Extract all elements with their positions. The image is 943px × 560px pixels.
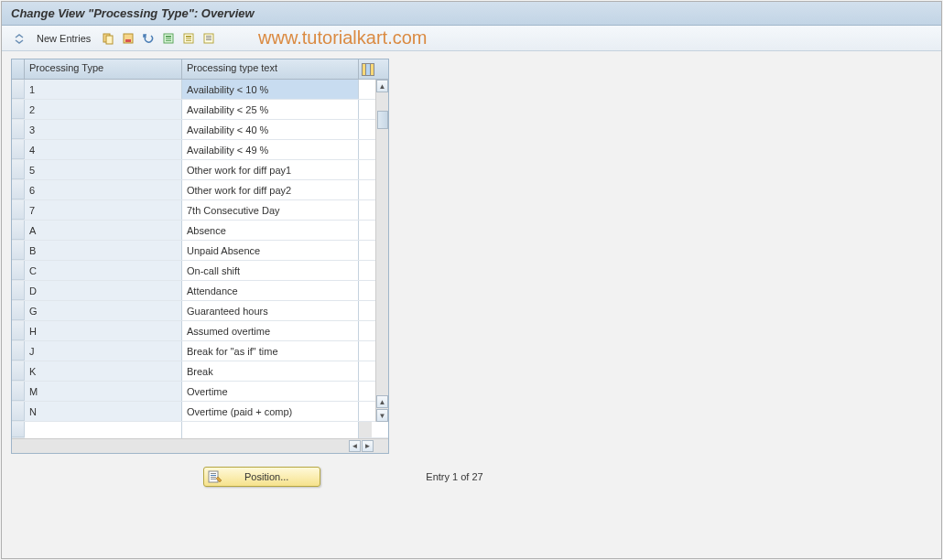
row-selector[interactable] xyxy=(12,200,25,220)
row-selector[interactable] xyxy=(12,140,25,159)
table-row[interactable]: KBreak xyxy=(12,361,375,382)
svg-rect-13 xyxy=(206,36,211,37)
cell-processing-type-text[interactable]: Overtime xyxy=(182,382,359,401)
row-selector[interactable] xyxy=(12,80,25,99)
cell-processing-type-text[interactable]: Availability < 25 % xyxy=(182,100,359,119)
title-bar: Change View "Processing Type": Overview xyxy=(2,2,941,26)
row-selector[interactable] xyxy=(12,361,25,381)
cell-processing-type-text[interactable]: Assumed overtime xyxy=(182,321,359,340)
cell-processing-type[interactable]: N xyxy=(25,402,182,421)
position-button[interactable]: Position... xyxy=(203,467,320,487)
table-row[interactable]: JBreak for "as if" time xyxy=(12,341,375,361)
cell-processing-type[interactable]: B xyxy=(25,241,182,260)
copy-icon[interactable] xyxy=(100,30,116,47)
row-selector[interactable] xyxy=(12,241,25,260)
empty-row xyxy=(12,422,388,438)
cell-processing-type-text[interactable]: Attendance xyxy=(182,281,359,300)
toggle-tree-icon[interactable] xyxy=(11,30,27,47)
svg-rect-10 xyxy=(186,38,191,39)
undo-icon[interactable] xyxy=(140,30,157,47)
cell-processing-type[interactable]: 6 xyxy=(25,180,182,199)
row-selector[interactable] xyxy=(12,382,25,401)
processing-type-table: Processing Type Processing type text 1Av… xyxy=(11,59,389,454)
cell-processing-type-text[interactable]: Availability < 40 % xyxy=(182,120,359,139)
table-row[interactable]: NOvertime (paid + comp) xyxy=(12,402,375,422)
row-selector[interactable] xyxy=(12,402,25,421)
cell-processing-type[interactable]: H xyxy=(25,321,182,340)
scroll-down-arrow-icon[interactable]: ▼ xyxy=(376,409,388,422)
column-header-processing-type[interactable]: Processing Type xyxy=(25,59,182,79)
new-entries-button[interactable]: New Entries xyxy=(31,31,96,46)
svg-rect-19 xyxy=(211,477,216,478)
row-selector[interactable] xyxy=(12,100,25,119)
table-row[interactable]: DAttendance xyxy=(12,281,375,301)
row-selector[interactable] xyxy=(12,301,25,320)
cell-processing-type[interactable]: 5 xyxy=(25,160,182,179)
table-row[interactable]: 5Other work for diff pay1 xyxy=(12,160,375,180)
save-icon[interactable] xyxy=(120,30,136,47)
deselect-all-icon[interactable] xyxy=(180,30,197,47)
cell-processing-type-text[interactable]: Unpaid Absence xyxy=(182,241,359,260)
table-row[interactable]: 4Availability < 49 % xyxy=(12,140,375,160)
table-row[interactable]: 2Availability < 25 % xyxy=(12,100,375,120)
print-icon[interactable] xyxy=(201,30,217,47)
cell-processing-type[interactable]: 2 xyxy=(25,100,182,119)
position-button-label: Position... xyxy=(226,471,316,482)
cell-processing-type[interactable]: 4 xyxy=(25,140,182,159)
table-row[interactable]: AAbsence xyxy=(12,221,375,241)
row-selector[interactable] xyxy=(12,321,25,340)
table-row[interactable]: 77th Consecutive Day xyxy=(12,200,375,221)
cell-processing-type[interactable]: J xyxy=(25,341,182,361)
table-row[interactable]: MOvertime xyxy=(12,382,375,402)
table-row[interactable]: HAssumed overtime xyxy=(12,321,375,341)
cell-processing-type-text[interactable]: Break xyxy=(182,361,359,381)
entry-counter: Entry 1 of 27 xyxy=(426,471,482,482)
cell-processing-type-text[interactable]: Guaranteed hours xyxy=(182,301,359,320)
row-selector[interactable] xyxy=(12,281,25,300)
cell-processing-type[interactable]: A xyxy=(25,221,182,240)
cell-processing-type[interactable]: G xyxy=(25,301,182,320)
table-row[interactable]: 3Availability < 40 % xyxy=(12,120,375,140)
svg-rect-6 xyxy=(166,38,171,39)
cell-processing-type[interactable]: 1 xyxy=(25,80,182,99)
scroll-up-arrow-icon[interactable]: ▲ xyxy=(376,80,388,92)
scroll-thumb[interactable] xyxy=(377,111,388,129)
cell-processing-type[interactable]: 3 xyxy=(25,120,182,139)
scroll-half-up-icon[interactable]: ▲ xyxy=(376,395,388,408)
cell-processing-type-text[interactable]: Absence xyxy=(182,221,359,240)
table-config-button[interactable] xyxy=(359,59,377,79)
horizontal-scrollbar[interactable]: ◄ ► xyxy=(12,438,388,453)
select-all-icon[interactable] xyxy=(160,30,177,47)
row-selector[interactable] xyxy=(12,180,25,199)
cell-processing-type-text[interactable]: Availability < 49 % xyxy=(182,140,359,159)
select-all-column[interactable] xyxy=(12,59,25,79)
cell-processing-type-text[interactable]: Other work for diff pay1 xyxy=(182,160,359,179)
row-selector[interactable] xyxy=(12,221,25,240)
vertical-scrollbar[interactable]: ▲ ▲ ▼ xyxy=(375,80,388,422)
row-selector[interactable] xyxy=(12,160,25,179)
cell-processing-type-text[interactable]: 7th Consecutive Day xyxy=(182,200,359,220)
row-selector[interactable] xyxy=(12,120,25,139)
table-row[interactable]: GGuaranteed hours xyxy=(12,301,375,321)
scroll-left-arrow-icon[interactable]: ◄ xyxy=(349,440,361,452)
table-row[interactable]: 6Other work for diff pay2 xyxy=(12,180,375,200)
svg-rect-1 xyxy=(106,36,113,44)
cell-processing-type[interactable]: K xyxy=(25,361,182,381)
scroll-right-arrow-icon[interactable]: ► xyxy=(362,440,374,452)
cell-processing-type-text[interactable]: Break for "as if" time xyxy=(182,341,359,361)
cell-processing-type-text[interactable]: On-call shift xyxy=(182,261,359,280)
cell-processing-type-text[interactable]: Availability < 10 % xyxy=(182,80,359,99)
table-row[interactable]: COn-call shift xyxy=(12,261,375,281)
cell-processing-type[interactable]: C xyxy=(25,261,182,280)
toolbar: New Entries www.tutorialkart.com xyxy=(2,26,941,51)
cell-processing-type[interactable]: D xyxy=(25,281,182,300)
cell-processing-type[interactable]: 7 xyxy=(25,200,182,220)
table-row[interactable]: BUnpaid Absence xyxy=(12,241,375,261)
table-row[interactable]: 1Availability < 10 % xyxy=(12,80,375,100)
cell-processing-type-text[interactable]: Other work for diff pay2 xyxy=(182,180,359,199)
row-selector[interactable] xyxy=(12,261,25,280)
column-header-processing-type-text[interactable]: Processing type text xyxy=(182,59,359,79)
row-selector[interactable] xyxy=(12,341,25,361)
cell-processing-type[interactable]: M xyxy=(25,382,182,401)
cell-processing-type-text[interactable]: Overtime (paid + comp) xyxy=(182,402,359,421)
